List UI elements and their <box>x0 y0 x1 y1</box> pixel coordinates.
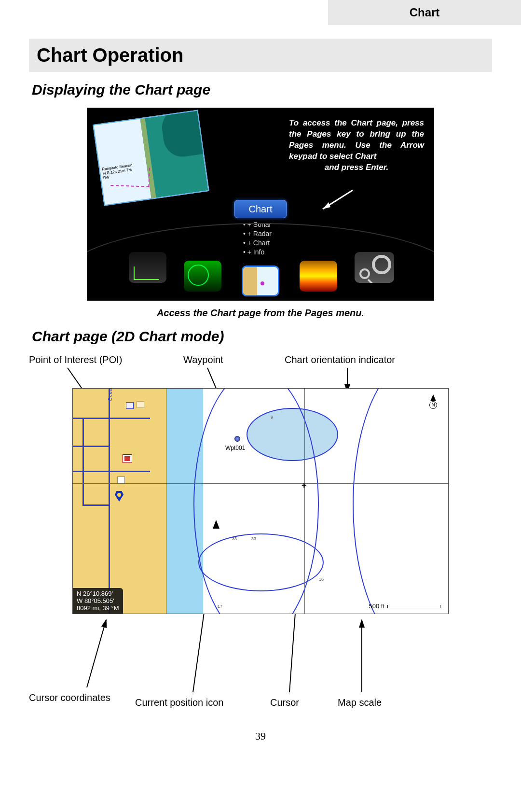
depth-33a: 33 <box>232 536 237 541</box>
waypoint-label: Wpt001 <box>225 445 245 451</box>
svg-line-5 <box>87 620 106 687</box>
gear-icon <box>372 255 391 274</box>
chart-tile[interactable] <box>242 266 279 296</box>
current-position-icon <box>213 520 219 529</box>
poi-icon-2[interactable] <box>137 401 144 408</box>
chart-menu-button[interactable]: Chart <box>234 200 287 218</box>
instruction-text: To access the Chart page, press the Page… <box>289 118 424 173</box>
sonar-tile[interactable] <box>300 261 337 292</box>
depth-9: 9 <box>271 415 273 420</box>
chart-preview-thumb: Rangitoto Beacon Fl.R.12s 21m 7M RW <box>93 110 209 206</box>
page-number: 39 <box>29 730 492 742</box>
svg-marker-1 <box>323 202 330 209</box>
poi-marker-icon[interactable] <box>123 454 132 463</box>
magnifier-icon <box>359 268 370 279</box>
scale-bar-icon <box>387 605 440 608</box>
cursor-icon[interactable]: + <box>302 480 307 490</box>
section-heading-1: Displaying the Chart page <box>32 82 492 98</box>
depth-16: 16 <box>319 577 324 582</box>
waypoint-icon[interactable] <box>234 436 240 442</box>
steer-tile[interactable] <box>129 252 166 283</box>
pages-menu-screenshot: Rangitoto Beacon Fl.R.12s 21m 7M RW To a… <box>87 108 434 301</box>
poi-icon-3[interactable] <box>117 476 125 483</box>
cursor-crosshair-v <box>304 389 305 614</box>
figure1-caption: Access the Chart page from the Pages men… <box>29 308 492 319</box>
cursor-dist: 8092 mi, 39 °M <box>77 604 119 612</box>
map-scale: 500 ft <box>369 602 440 610</box>
depth-17: 17 <box>218 604 222 609</box>
cursor-lat: N 26°10.869' <box>77 590 119 597</box>
cursor-crosshair-h <box>73 483 448 484</box>
chart-2d-view: Ocean Dr 9 17 16 33 33 Wpt001 <box>72 388 449 614</box>
section-heading-2: Chart page (2D Chart mode) <box>32 328 492 345</box>
pointer-arrow-icon <box>319 188 357 212</box>
settings-tile[interactable] <box>355 252 394 283</box>
cursor-lon: W 80°05.505' <box>77 597 119 604</box>
header-tab: Chart <box>328 0 521 25</box>
radar-tile[interactable] <box>184 261 221 292</box>
poi-icon[interactable] <box>126 402 134 409</box>
chart-2d-diagram: Point of Interest (POI) Waypoint Chart o… <box>29 354 492 721</box>
cursor-coordinates-box: N 26°10.869' W 80°05.505' 8092 mi, 39 °M <box>73 588 123 614</box>
orientation-indicator-icon: N <box>428 394 439 408</box>
depth-33b: 33 <box>251 536 256 541</box>
page-title: Chart Operation <box>29 39 492 72</box>
